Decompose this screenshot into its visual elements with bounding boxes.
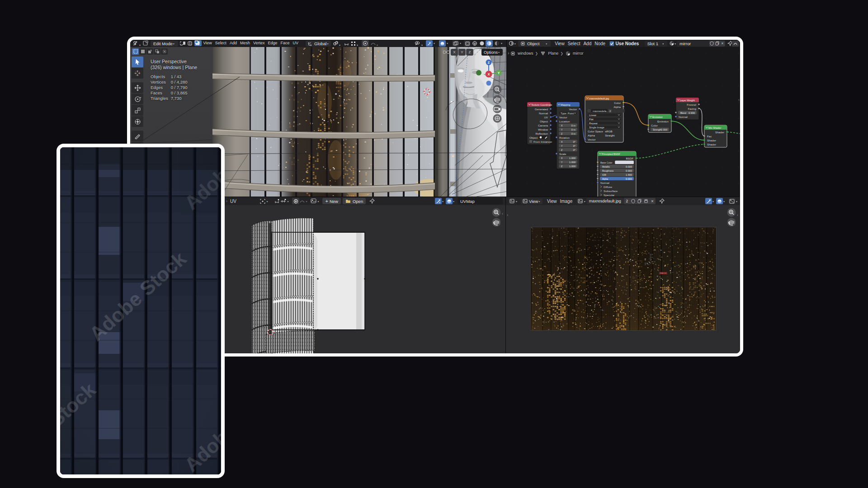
svg-text:Base Color: Base Color — [600, 161, 613, 164]
svg-text:0 m: 0 m — [571, 128, 576, 131]
svg-text:Texture Coordinate: Texture Coordinate — [531, 103, 552, 106]
svg-text:0°: 0° — [573, 149, 576, 151]
svg-text:Blend: Blend — [680, 112, 686, 114]
svg-text:Type: Point: Type: Point — [561, 112, 574, 115]
svg-text:Color: Color — [614, 101, 621, 104]
svg-text:2: 2 — [609, 110, 611, 113]
svg-text:0 m: 0 m — [571, 124, 576, 127]
svg-text:Fac: Fac — [707, 135, 712, 138]
svg-text:Vector: Vector — [559, 116, 567, 119]
svg-text:Vector: Vector — [569, 108, 577, 111]
svg-text:Location: Location — [559, 120, 570, 123]
svg-text:Specular: Specular — [604, 193, 614, 197]
svg-text:Normal: Normal — [539, 112, 548, 115]
svg-text:Emission: Emission — [652, 116, 663, 118]
svg-text:Scale: Scale — [559, 152, 566, 155]
svg-text:0.000: 0.000 — [626, 169, 632, 172]
svg-text:X: X — [488, 73, 490, 76]
svg-text:Shader: Shader — [707, 143, 716, 146]
svg-text:Shader: Shader — [715, 131, 724, 134]
svg-text:Repeat: Repeat — [589, 122, 598, 125]
svg-text:0.000: 0.000 — [626, 165, 632, 168]
svg-text:Z: Z — [561, 165, 562, 168]
svg-text:Linear: Linear — [589, 114, 596, 117]
svg-text:Fresnel: Fresnel — [687, 103, 696, 106]
svg-text:0.000: 0.000 — [626, 178, 632, 180]
svg-text:sRGB: sRGB — [605, 130, 613, 133]
svg-text:Principled BSDF: Principled BSDF — [602, 153, 621, 155]
svg-text:›: › — [507, 213, 508, 217]
svg-text:1.000: 1.000 — [569, 165, 576, 168]
svg-text:0.930: 0.930 — [689, 112, 695, 114]
svg-text:IOR: IOR — [602, 174, 606, 176]
svg-text:Window: Window — [538, 128, 548, 131]
svg-text:Reflection: Reflection — [535, 132, 548, 135]
svg-text:Object:: Object: — [529, 136, 538, 139]
svg-text:maxresdefa...: maxresdefa... — [593, 110, 609, 113]
svg-text:Z: Z — [488, 61, 490, 64]
svg-text:Z: Z — [561, 149, 562, 151]
svg-text:Z: Z — [561, 132, 562, 135]
svg-text:0°: 0° — [573, 145, 576, 147]
svg-text:Flat: Flat — [589, 118, 594, 121]
svg-text:Strength: Strength — [653, 128, 661, 131]
svg-text:Layer Weight: Layer Weight — [680, 99, 695, 102]
svg-text:‹: ‹ — [737, 213, 738, 217]
svg-text:Alpha: Alpha — [602, 178, 608, 180]
svg-text:1.590: 1.590 — [626, 174, 632, 176]
svg-text:Shader: Shader — [707, 139, 716, 142]
svg-text:‹: ‹ — [502, 211, 503, 216]
svg-text:maxresdefault.jpg: maxresdefault.jpg — [589, 97, 609, 100]
svg-text:0°: 0° — [573, 141, 576, 143]
svg-text:0 m: 0 m — [571, 132, 576, 135]
svg-text:Roughness: Roughness — [602, 169, 614, 172]
svg-text:Camera: Camera — [538, 124, 548, 127]
svg-text:From Instancer: From Instancer — [533, 140, 552, 143]
svg-text:2.000: 2.000 — [661, 128, 667, 131]
svg-text:Normal: Normal — [600, 181, 609, 184]
svg-text:Subsurface: Subsurface — [604, 189, 618, 192]
svg-text:Generated: Generated — [535, 108, 548, 111]
svg-text:Rotation: Rotation — [559, 136, 570, 139]
svg-text:UV: UV — [544, 116, 548, 119]
svg-text:1.000: 1.000 — [569, 161, 576, 164]
svg-text:Emission: Emission — [657, 120, 669, 123]
svg-text:Alpha: Alpha — [613, 105, 621, 108]
svg-text:Normal: Normal — [679, 115, 688, 118]
svg-text:‹: ‹ — [738, 98, 740, 102]
svg-text:Single Image: Single Image — [589, 126, 604, 129]
svg-text:BSDF: BSDF — [626, 157, 633, 160]
svg-text:Vector: Vector — [588, 138, 596, 141]
svg-text:Color: Color — [651, 124, 658, 127]
svg-text:Straight: Straight — [605, 134, 615, 137]
svg-text:Facing: Facing — [688, 107, 696, 110]
svg-text:1.000: 1.000 — [569, 157, 576, 160]
svg-text:Mix Shader: Mix Shader — [708, 127, 721, 129]
svg-text:Color Space: Color Space — [588, 130, 604, 133]
svg-text:Alpha: Alpha — [588, 134, 595, 137]
svg-text:Diffuse: Diffuse — [604, 185, 613, 188]
svg-text:Object: Object — [540, 120, 548, 123]
svg-text:Metallic: Metallic — [602, 165, 610, 168]
svg-text:Y: Y — [498, 71, 500, 75]
svg-text:Mapping: Mapping — [561, 103, 570, 106]
